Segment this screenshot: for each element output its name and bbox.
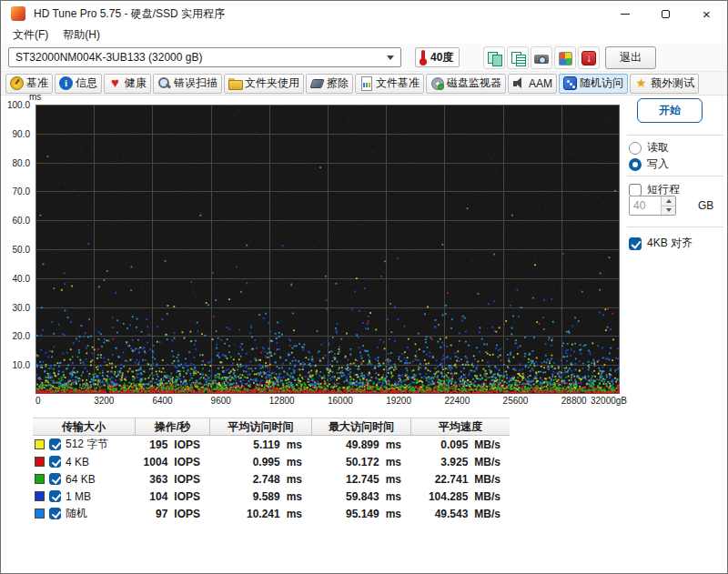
spinner xyxy=(661,196,675,215)
spinner-down-button[interactable] xyxy=(662,206,675,216)
avg-speed-value: 104.285MB/s xyxy=(410,488,510,505)
table-row: 512 字节195IOPS5.119ms49.899ms0.095MB/s xyxy=(33,436,510,453)
temperature-display: 40度 xyxy=(415,47,460,67)
tab-folder-usage[interactable]: 文件夹使用 xyxy=(224,74,304,94)
tab-aam[interactable]: AAM xyxy=(508,74,557,94)
avg-access-value: 2.748ms xyxy=(209,470,311,488)
value: 95.149 xyxy=(346,508,379,520)
tab-benchmark[interactable]: 基准 xyxy=(5,74,53,94)
drive-selector[interactable]: ST32000NM004K-3UB133 (32000 gB) xyxy=(8,47,401,67)
table-row: 4 KB1004IOPS0.995ms50.172ms3.925MB/s xyxy=(33,453,510,470)
start-button[interactable]: 开始 xyxy=(637,98,703,123)
erase-icon xyxy=(310,76,324,90)
tab-erase[interactable]: 擦除 xyxy=(306,74,353,94)
write-radio[interactable]: 写入 xyxy=(629,156,669,172)
read-radio[interactable]: 读取 xyxy=(629,140,669,156)
unit-label: ms xyxy=(287,438,302,451)
color-options-button[interactable] xyxy=(554,46,576,69)
ops-value: 97IOPS xyxy=(135,505,209,522)
menu-item-help[interactable]: 帮助(H) xyxy=(56,26,107,44)
series-visible-checkbox[interactable] xyxy=(49,473,61,485)
y-tick-label: 10.0 xyxy=(13,360,30,370)
unit-label: ms xyxy=(287,508,302,520)
minimize-button[interactable] xyxy=(604,1,645,26)
results-table: 传输大小操作/秒平均访问时间最大访问时间平均速度 512 字节195IOPS5.… xyxy=(33,418,510,522)
align-4kb-label: 4KB 对齐 xyxy=(647,236,693,251)
spinner-up-button[interactable] xyxy=(662,196,675,206)
x-tick-label: 12800 xyxy=(269,396,295,406)
write-radio-label: 写入 xyxy=(647,156,669,172)
benchmark-icon xyxy=(10,76,24,90)
unit-label: IOPS xyxy=(174,473,200,486)
x-tick-label: 9600 xyxy=(211,396,231,406)
drive-toolbar: ST32000NM004K-3UB133 (32000 gB) 40度 退出 xyxy=(1,44,727,72)
exit-button[interactable]: 退出 xyxy=(605,46,656,69)
series-visible-checkbox[interactable] xyxy=(49,438,61,450)
short-stroke-capacity-input[interactable] xyxy=(630,196,661,215)
series-cell: 64 KB xyxy=(33,470,135,488)
close-icon: × xyxy=(703,7,711,21)
y-tick-label: 90.0 xyxy=(13,129,30,139)
tab-disk-monitor[interactable]: 磁盘监视器 xyxy=(426,74,506,94)
series-color-swatch xyxy=(35,509,45,519)
avg-access-value: 5.119ms xyxy=(209,436,311,453)
series-visible-checkbox[interactable] xyxy=(49,490,61,502)
window-title: HD Tune Pro 5.75 - 硬盘/SSD 实用程序 xyxy=(34,6,604,22)
copy-image-button[interactable] xyxy=(483,46,505,69)
unit-label: MB/s xyxy=(474,508,500,520)
align-4kb-checkbox[interactable]: 4KB 对齐 xyxy=(629,236,693,251)
unit-label: IOPS xyxy=(174,490,200,503)
palette-icon xyxy=(558,51,572,65)
x-tick-label: 3200 xyxy=(94,396,114,406)
save-capture-button[interactable] xyxy=(578,46,600,69)
tab-file-benchmark[interactable]: 文件基准 xyxy=(355,74,424,94)
tab-extra-tests[interactable]: 额外测试 xyxy=(630,74,699,94)
close-button[interactable]: × xyxy=(686,1,727,26)
y-axis-ticks: 100.090.080.070.060.050.040.030.020.010.… xyxy=(1,105,33,394)
series-visible-checkbox[interactable] xyxy=(49,508,61,519)
tab-label: 擦除 xyxy=(327,76,349,91)
avg-speed-value: 49.543MB/s xyxy=(410,505,510,522)
y-tick-label: 100.0 xyxy=(7,100,30,110)
table-row: 随机97IOPS10.241ms95.149ms49.543MB/s xyxy=(33,505,510,522)
column-header: 平均访问时间 xyxy=(209,418,311,435)
avg-speed-value: 3.925MB/s xyxy=(410,453,510,470)
y-tick-label: 50.0 xyxy=(13,245,30,255)
tab-label: 文件基准 xyxy=(376,76,420,91)
unit-label: MB/s xyxy=(474,438,500,451)
tab-label: 错误扫描 xyxy=(174,76,217,91)
tab-random-access[interactable]: 随机访问 xyxy=(559,74,628,94)
avg-access-value: 10.241ms xyxy=(209,505,311,522)
screenshot-button[interactable] xyxy=(531,46,552,69)
copy-text-button[interactable] xyxy=(507,46,529,69)
read-radio-label: 读取 xyxy=(647,140,669,156)
unit-label: IOPS xyxy=(174,456,200,468)
panel-separator xyxy=(627,135,723,136)
copy-icon xyxy=(487,51,501,65)
unit-label: MB/s xyxy=(474,490,500,503)
panel-separator xyxy=(627,227,723,227)
maximize-icon xyxy=(662,10,670,18)
x-tick-label: 0 xyxy=(35,396,41,406)
max-access-value: 49.899ms xyxy=(311,436,410,453)
series-visible-checkbox[interactable] xyxy=(49,456,61,468)
panel-separator xyxy=(627,176,723,176)
extra-icon xyxy=(634,76,648,90)
x-tick-label: 16000 xyxy=(328,396,353,406)
ops-value: 1004IOPS xyxy=(135,453,209,470)
tab-label: 额外测试 xyxy=(651,76,694,91)
series-color-swatch xyxy=(35,439,45,449)
value: 12.745 xyxy=(346,473,379,486)
y-tick-label: 30.0 xyxy=(13,303,30,313)
radio-icon xyxy=(629,142,642,155)
menu-bar: 文件(F)帮助(H) xyxy=(1,26,727,44)
column-header: 传输大小 xyxy=(33,418,135,435)
maximize-button[interactable] xyxy=(645,1,686,26)
tab-info[interactable]: 信息 xyxy=(55,74,102,94)
tab-bar: 基准信息健康错误扫描文件夹使用擦除文件基准磁盘监视器AAM随机访问额外测试 xyxy=(1,72,727,96)
menu-item-file[interactable]: 文件(F) xyxy=(5,26,56,44)
y-tick-label: 40.0 xyxy=(13,274,30,284)
info-icon xyxy=(59,76,73,90)
tab-error-scan[interactable]: 错误扫描 xyxy=(153,74,222,94)
tab-health[interactable]: 健康 xyxy=(104,74,151,94)
